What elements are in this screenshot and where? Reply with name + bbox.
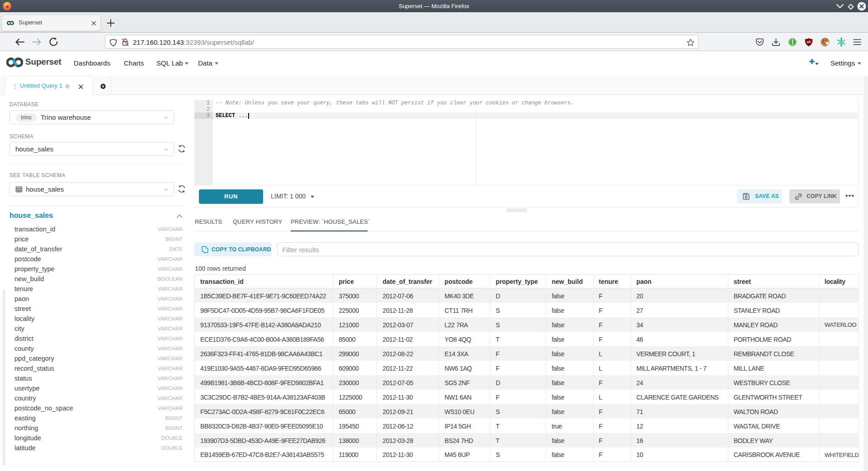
svg-text:uO: uO: [807, 40, 811, 43]
